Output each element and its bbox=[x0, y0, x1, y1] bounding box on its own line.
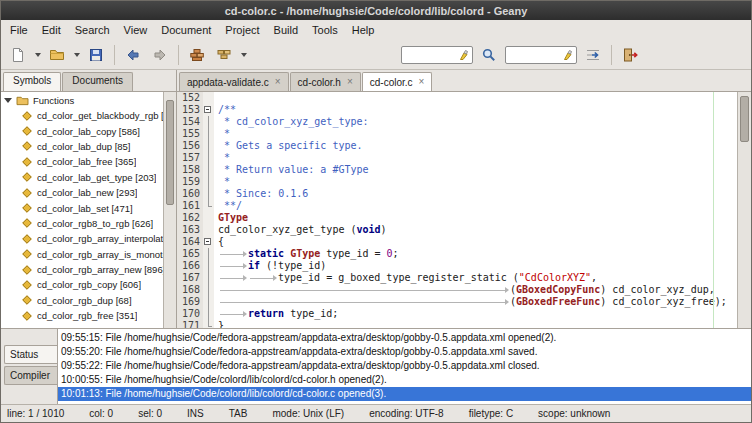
goto-line-input[interactable] bbox=[506, 49, 563, 60]
code-token: ; bbox=[393, 248, 399, 259]
tab-close-icon[interactable]: × bbox=[347, 77, 353, 87]
symbol-label: cd_color_get_blackbody_rgb [97 bbox=[37, 110, 174, 121]
navigate-forward-button[interactable] bbox=[147, 43, 173, 67]
sidebar-tab-symbols[interactable]: Symbols bbox=[3, 72, 61, 91]
symbol-item[interactable]: cd_color_rgb_free [351] bbox=[1, 308, 176, 323]
open-file-button[interactable] bbox=[44, 43, 70, 67]
code-text: GType bbox=[214, 212, 737, 224]
symbol-item[interactable]: cd_color_rgb_array_new [896] bbox=[1, 262, 176, 277]
line-number: 164 bbox=[177, 236, 203, 248]
clear-icon[interactable] bbox=[563, 49, 575, 61]
open-file-dropdown[interactable] bbox=[71, 43, 82, 67]
code-token: * cd_color_xyz_get_type: bbox=[218, 116, 369, 127]
search-input[interactable] bbox=[402, 49, 459, 60]
new-file-dropdown[interactable] bbox=[32, 43, 43, 67]
symbol-item[interactable]: cd_color_lab_new [293] bbox=[1, 185, 176, 200]
symbol-item[interactable]: cd_color_lab_dup [85] bbox=[1, 139, 176, 154]
line-number: 169 bbox=[177, 296, 203, 308]
goto-line-button[interactable] bbox=[580, 43, 606, 67]
fold-line bbox=[208, 128, 209, 140]
search-button[interactable] bbox=[476, 43, 502, 67]
symbol-item[interactable]: cd_color_rgb_copy [606] bbox=[1, 277, 176, 292]
symbol-item[interactable]: cd_color_rgb_dup [68] bbox=[1, 293, 176, 308]
build-button[interactable] bbox=[211, 43, 237, 67]
menu-project[interactable]: Project bbox=[218, 20, 266, 40]
message-tab-compiler[interactable]: Compiler bbox=[4, 366, 57, 385]
tab-arrow bbox=[218, 251, 248, 258]
code-token: ) cd_color_xyz_free); bbox=[600, 296, 726, 307]
message-row[interactable]: 09:55:20: File /home/hughsie/Code/fedora… bbox=[58, 345, 751, 359]
symbol-item[interactable]: cd_color_rgb8_to_rgb [626] bbox=[1, 216, 176, 231]
editor-scrollbar[interactable] bbox=[737, 92, 751, 328]
toolbar bbox=[1, 40, 751, 70]
menu-file[interactable]: File bbox=[3, 20, 35, 40]
menu-document[interactable]: Document bbox=[154, 20, 218, 40]
menu-edit[interactable]: Edit bbox=[35, 20, 68, 40]
code-line: 166if (!type_id) bbox=[177, 260, 737, 272]
symbol-root-label: Functions bbox=[33, 95, 74, 106]
scrollbar-thumb[interactable] bbox=[166, 100, 174, 205]
compile-button[interactable] bbox=[184, 43, 210, 67]
symbol-item[interactable]: cd_color_get_blackbody_rgb [97 bbox=[1, 108, 176, 123]
navigate-back-button[interactable] bbox=[120, 43, 146, 67]
line-number: 165 bbox=[177, 248, 203, 260]
symbol-item[interactable]: cd_color_rgb_array_is_monotonic bbox=[1, 247, 176, 262]
fold-margin bbox=[203, 92, 214, 104]
tab-arrow bbox=[218, 299, 510, 306]
toolbar-separator bbox=[178, 45, 179, 65]
code-token: type_id = g_boxed_type_register_static ( bbox=[278, 272, 519, 283]
symbol-item[interactable]: cd_color_lab_copy [586] bbox=[1, 123, 176, 138]
menu-build[interactable]: Build bbox=[267, 20, 305, 40]
tab-arrow bbox=[218, 263, 248, 270]
build-dropdown[interactable] bbox=[238, 43, 249, 67]
code-view[interactable]: 152153/**154 * cd_color_xyz_get_type:155… bbox=[177, 92, 737, 328]
code-text: if (!type_id) bbox=[214, 260, 737, 272]
code-line: 157 * bbox=[177, 152, 737, 164]
symbol-item[interactable]: cd_color_rgb_array_interpolate [9 bbox=[1, 231, 176, 246]
tab-close-icon[interactable]: × bbox=[419, 77, 425, 87]
code-token: GType bbox=[218, 212, 248, 223]
new-file-button[interactable] bbox=[5, 43, 31, 67]
symbol-item[interactable]: cd_color_lab_set [471] bbox=[1, 200, 176, 215]
symbol-label: cd_color_lab_set [471] bbox=[37, 203, 133, 214]
line-number: 158 bbox=[177, 164, 203, 176]
fold-toggle[interactable] bbox=[204, 106, 211, 113]
message-row[interactable]: 10:01:13: File /home/hughsie/Code/colord… bbox=[58, 387, 751, 401]
symbol-root[interactable]: Functions bbox=[1, 92, 176, 108]
symbol-label: cd_color_lab_get_type [203] bbox=[37, 172, 156, 183]
message-tab-status[interactable]: Status bbox=[4, 345, 57, 364]
quit-button[interactable] bbox=[617, 43, 643, 67]
code-line: 168(GBoxedCopyFunc) cd_color_xyz_dup, bbox=[177, 284, 737, 296]
tab-close-icon[interactable]: × bbox=[275, 77, 281, 87]
save-button[interactable] bbox=[83, 43, 109, 67]
sidebar-scrollbar[interactable] bbox=[163, 92, 176, 328]
jump-to-line-icon bbox=[585, 47, 601, 63]
menu-search[interactable]: Search bbox=[68, 20, 117, 40]
clear-icon[interactable] bbox=[459, 49, 471, 61]
build-bricks-icon bbox=[216, 47, 232, 63]
sidebar-tab-documents[interactable]: Documents bbox=[62, 72, 133, 91]
fold-line bbox=[208, 308, 209, 320]
menu-tools[interactable]: Tools bbox=[305, 20, 345, 40]
editor-tab-appdata-validate.c[interactable]: appdata-validate.c× bbox=[179, 72, 289, 91]
fold-margin bbox=[203, 152, 214, 164]
symbol-tree[interactable]: Functions cd_color_get_blackbody_rgb [97… bbox=[1, 91, 176, 328]
code-text: cd_color_xyz_get_type (void) bbox=[214, 224, 737, 236]
symbol-label: cd_color_rgb_copy [606] bbox=[37, 279, 141, 290]
expander-icon[interactable] bbox=[4, 98, 12, 103]
code-text: * Return value: a #GType bbox=[214, 164, 737, 176]
code-line: 159 * bbox=[177, 176, 737, 188]
menu-view[interactable]: View bbox=[117, 20, 155, 40]
message-row[interactable]: 10:00:55: File /home/hughsie/Code/colord… bbox=[58, 373, 751, 387]
chevron-down-icon bbox=[74, 53, 80, 60]
symbol-item[interactable]: cd_color_lab_get_type [203] bbox=[1, 170, 176, 185]
fold-toggle[interactable] bbox=[204, 238, 211, 245]
symbol-item[interactable]: cd_color_lab_free [365] bbox=[1, 154, 176, 169]
message-row[interactable]: 09:55:22: File /home/hughsie/Code/fedora… bbox=[58, 359, 751, 373]
scrollbar-thumb[interactable] bbox=[740, 96, 749, 142]
editor-tab-cd-color.c[interactable]: cd-color.c× bbox=[362, 72, 433, 91]
editor-tab-cd-color.h[interactable]: cd-color.h× bbox=[290, 72, 361, 91]
menu-help[interactable]: Help bbox=[345, 20, 382, 40]
code-token: { bbox=[218, 236, 224, 247]
message-row[interactable]: 09:55:15: File /home/hughsie/Code/fedora… bbox=[58, 331, 751, 345]
